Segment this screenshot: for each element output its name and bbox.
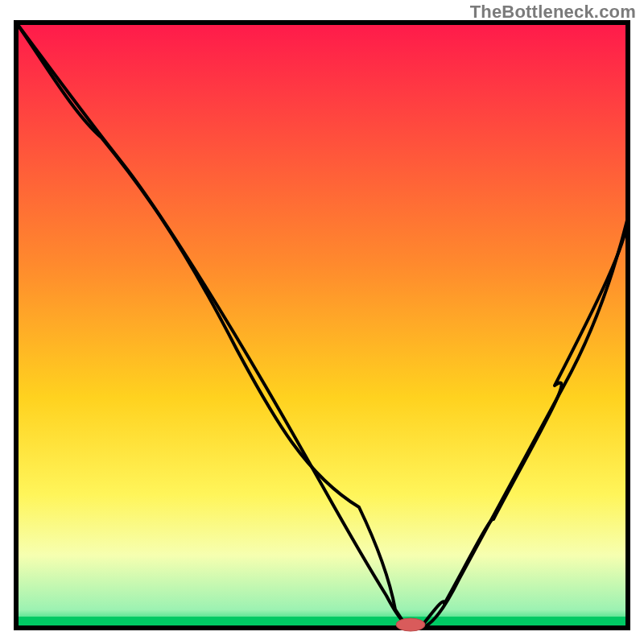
green-baseline-band [19, 617, 625, 625]
watermark-text: TheBottleneck.com [470, 2, 636, 23]
chart-svg [0, 0, 644, 644]
chart-container: TheBottleneck.com [0, 0, 644, 644]
plot-area [16, 23, 628, 628]
gradient-background [16, 23, 628, 628]
optimal-point-marker [396, 618, 425, 631]
